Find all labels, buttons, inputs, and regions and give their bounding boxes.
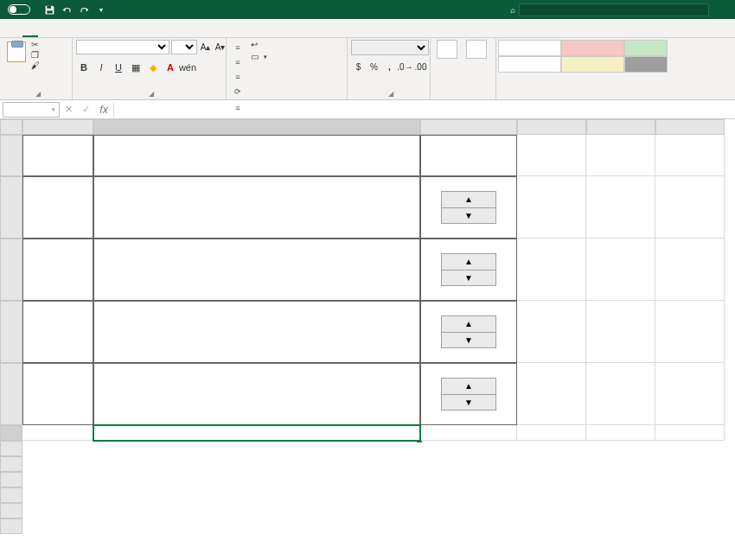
row-header-11[interactable]: [0, 487, 22, 503]
spin-down-button[interactable]: ▼: [441, 207, 496, 225]
comma-button[interactable]: ,: [382, 59, 397, 74]
spinner-control[interactable]: ▲▼: [441, 315, 496, 348]
cell-B3[interactable]: [93, 176, 420, 239]
menu-review[interactable]: [100, 32, 116, 37]
col-header-E[interactable]: [586, 119, 655, 135]
spin-down-button[interactable]: ▼: [441, 270, 496, 287]
col-header-C[interactable]: [420, 119, 517, 135]
autosave-toggle[interactable]: [0, 4, 38, 15]
number-format-select[interactable]: [351, 40, 429, 55]
cell-C3[interactable]: ▲ ▼: [420, 176, 517, 239]
spin-up-button[interactable]: ▲: [441, 191, 496, 207]
cell-C5[interactable]: ▲▼: [420, 301, 517, 363]
cell-F3[interactable]: [655, 176, 725, 239]
font-name-select[interactable]: [76, 40, 169, 54]
menu-insert[interactable]: [38, 32, 54, 37]
formula-input[interactable]: [113, 102, 735, 118]
cell-E4[interactable]: [586, 239, 655, 301]
menu-view[interactable]: [116, 32, 131, 37]
row-header-10[interactable]: [0, 472, 22, 487]
cell-E3[interactable]: [586, 176, 655, 239]
cancel-formula-button[interactable]: ✕: [60, 104, 77, 115]
cell-A7[interactable]: [22, 425, 93, 441]
col-header-A[interactable]: [22, 119, 93, 135]
cell-F2[interactable]: [655, 135, 725, 176]
cell-D7[interactable]: [517, 425, 586, 441]
row-header-7[interactable]: [0, 425, 22, 441]
cell-C4[interactable]: ▲▼: [420, 239, 517, 301]
cell-style-normal[interactable]: [498, 40, 561, 56]
cell-style-check[interactable]: [624, 56, 668, 73]
spinner-control[interactable]: ▲▼: [441, 378, 496, 410]
font-size-select[interactable]: [171, 40, 197, 54]
bold-button[interactable]: B: [76, 59, 92, 76]
underline-button[interactable]: U: [111, 59, 126, 76]
spinner-control[interactable]: ▲▼: [441, 253, 496, 286]
menu-home[interactable]: [22, 30, 38, 37]
cell-D5[interactable]: [517, 301, 586, 363]
name-box[interactable]: ▾: [3, 102, 60, 118]
dialog-launcher-icon[interactable]: ◢: [149, 90, 154, 98]
cell-B4[interactable]: [93, 239, 420, 301]
col-header-B[interactable]: [93, 119, 420, 135]
percent-button[interactable]: %: [367, 59, 381, 74]
phonetic-button[interactable]: wén: [180, 59, 195, 76]
qat-dropdown-icon[interactable]: ▾: [95, 3, 107, 16]
fill-color-button[interactable]: ◆: [145, 59, 161, 76]
copy-button[interactable]: ❐: [31, 50, 44, 60]
cell-F6[interactable]: [655, 363, 725, 425]
wrap-text-button[interactable]: ↩: [251, 40, 267, 49]
cut-button[interactable]: ✂: [31, 40, 44, 49]
cell-D3[interactable]: [517, 176, 586, 239]
cell-D4[interactable]: [517, 239, 586, 301]
row-header-4[interactable]: [0, 239, 22, 301]
cell-F4[interactable]: [655, 239, 725, 301]
cell-C7[interactable]: [420, 425, 517, 441]
cell-E5[interactable]: [586, 301, 655, 363]
merge-center-button[interactable]: ▭▾: [251, 52, 267, 61]
border-button[interactable]: ▦: [128, 59, 144, 76]
italic-button[interactable]: I: [93, 59, 109, 76]
orientation-button[interactable]: ⟳: [230, 84, 246, 99]
menu-file[interactable]: [7, 32, 22, 37]
menu-pagelayout[interactable]: [54, 32, 69, 37]
cell-style-bad[interactable]: [561, 40, 624, 56]
cell-E6[interactable]: [586, 363, 655, 425]
enter-formula-button[interactable]: ✓: [77, 104, 94, 115]
menu-developer[interactable]: [131, 32, 147, 37]
cell-B6[interactable]: [93, 363, 420, 425]
menu-help[interactable]: [147, 32, 163, 37]
menu-data[interactable]: [85, 32, 100, 37]
cell-D2[interactable]: [517, 135, 586, 176]
redo-icon[interactable]: [78, 3, 90, 16]
decrease-decimal-button[interactable]: .00: [413, 59, 428, 74]
cell-style-hyperlink[interactable]: [498, 56, 561, 73]
row-header-6[interactable]: [0, 363, 22, 425]
menu-formulas[interactable]: [69, 32, 85, 37]
cell-D6[interactable]: [517, 363, 586, 425]
cell-style-calc[interactable]: [561, 56, 624, 73]
search-input[interactable]: [519, 3, 709, 16]
spin-up-button[interactable]: ▲: [441, 315, 496, 332]
cell-B7[interactable]: [93, 425, 420, 441]
dialog-launcher-icon[interactable]: ◢: [35, 90, 41, 98]
cell-E7[interactable]: [586, 425, 655, 441]
conditional-format-button[interactable]: [434, 40, 460, 60]
row-header-8[interactable]: [0, 441, 22, 456]
shrink-font-button[interactable]: A▾: [214, 40, 227, 54]
row-header-12[interactable]: [0, 503, 22, 519]
increase-decimal-button[interactable]: .0→: [398, 59, 412, 74]
cell-B2[interactable]: [93, 135, 420, 176]
format-painter-button[interactable]: 🖌: [31, 60, 44, 70]
select-all-corner[interactable]: [0, 119, 22, 135]
fx-icon[interactable]: fx: [94, 104, 113, 116]
save-icon[interactable]: [43, 3, 55, 16]
cell-A4[interactable]: [22, 239, 93, 301]
align-middle-button[interactable]: ≡: [230, 54, 246, 69]
cell-style-good[interactable]: [624, 40, 668, 56]
row-header-5[interactable]: [0, 301, 22, 363]
cell-E2[interactable]: [586, 135, 655, 176]
col-header-D[interactable]: [517, 119, 586, 135]
cell-A6[interactable]: [22, 363, 93, 425]
align-bottom-button[interactable]: ≡: [230, 69, 246, 84]
